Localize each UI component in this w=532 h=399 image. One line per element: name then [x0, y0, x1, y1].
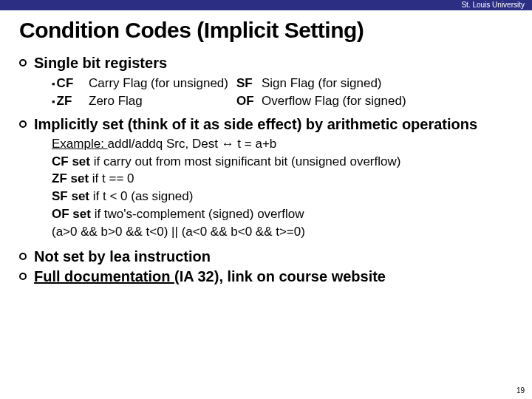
slide-content: Condition Codes (Implicit Setting) Singl… — [0, 10, 532, 285]
flag-of-desc: Overflow Flag (for signed) — [262, 92, 406, 110]
flag-sf-desc: Sign Flag (for signed) — [262, 75, 382, 92]
bullet-icon — [19, 120, 27, 128]
bullet-icon — [19, 253, 27, 260]
bullet-1: Single bit registers — [19, 55, 513, 72]
example-eq: ↔ t = a+b — [218, 137, 276, 151]
bullet-2-text: Implicitly set (think of it as side effe… — [34, 116, 477, 133]
example-line-2: CF set if carry out from most significan… — [52, 154, 513, 171]
example-line-5: OF set if two's-complement (signed) over… — [52, 206, 513, 223]
example-line-6: (a>0 && b>0 && t<0) || (a<0 && b<0 && t>… — [52, 224, 513, 241]
example-line-1: Example: addl/addq Src, Dest ↔ t = a+b — [52, 136, 513, 153]
example-label: Example: — [52, 137, 108, 151]
full-doc-link[interactable]: Full documentation — [34, 268, 174, 284]
bullet-4-text: Full documentation (IA 32), link on cour… — [34, 268, 386, 285]
bullet-4: Full documentation (IA 32), link on cour… — [19, 268, 513, 285]
bullet-3-text: Not set by lea instruction — [34, 248, 211, 265]
sf-set: SF set — [52, 189, 93, 203]
flag-row-1: ▪CF Carry Flag (for unsigned) SF Sign Fl… — [52, 75, 513, 92]
bullet-1-text: Single bit registers — [34, 55, 167, 72]
square-bullet-icon: ▪ — [52, 78, 55, 89]
example-line-4: SF set if t < 0 (as signed) — [52, 188, 513, 205]
example-block: Example: addl/addq Src, Dest ↔ t = a+b C… — [52, 136, 513, 242]
example-line-3: ZF set if t == 0 — [52, 171, 513, 188]
flag-zf-code: ZF — [57, 94, 72, 108]
bullet-2: Implicitly set (think of it as side effe… — [19, 116, 513, 133]
university-label: St. Louis University — [461, 1, 525, 9]
example-code: addl/addq Src, Dest — [108, 137, 218, 151]
of-set-desc: if two's-complement (signed) overflow — [95, 207, 304, 221]
cf-set: CF set — [52, 154, 94, 168]
flag-zf-desc: Zero Flag — [89, 92, 236, 110]
page-title: Condition Codes (Implicit Setting) — [19, 18, 513, 43]
sf-set-desc: if t < 0 (as signed) — [93, 189, 194, 203]
top-bar: St. Louis University — [0, 0, 532, 10]
flags-block: ▪CF Carry Flag (for unsigned) SF Sign Fl… — [52, 75, 513, 110]
page-number: 19 — [516, 386, 525, 395]
flag-of-code: OF — [236, 92, 262, 110]
zf-set: ZF set — [52, 171, 92, 185]
cf-set-desc: if carry out from most significant bit (… — [94, 154, 401, 168]
flag-sf-code: SF — [236, 75, 262, 92]
flag-cf-desc: Carry Flag (for unsigned) — [89, 75, 236, 92]
square-bullet-icon: ▪ — [52, 96, 55, 107]
flag-cf-code: CF — [57, 76, 74, 90]
of-set: OF set — [52, 207, 95, 221]
bullet-icon — [19, 59, 27, 66]
bullet-4-post: (IA 32), link on course website — [174, 268, 386, 284]
flag-row-2: ▪ZF Zero Flag OF Overflow Flag (for sign… — [52, 92, 513, 110]
bullet-3: Not set by lea instruction — [19, 248, 513, 265]
bullet-icon — [19, 273, 27, 280]
zf-set-desc: if t == 0 — [92, 171, 134, 185]
